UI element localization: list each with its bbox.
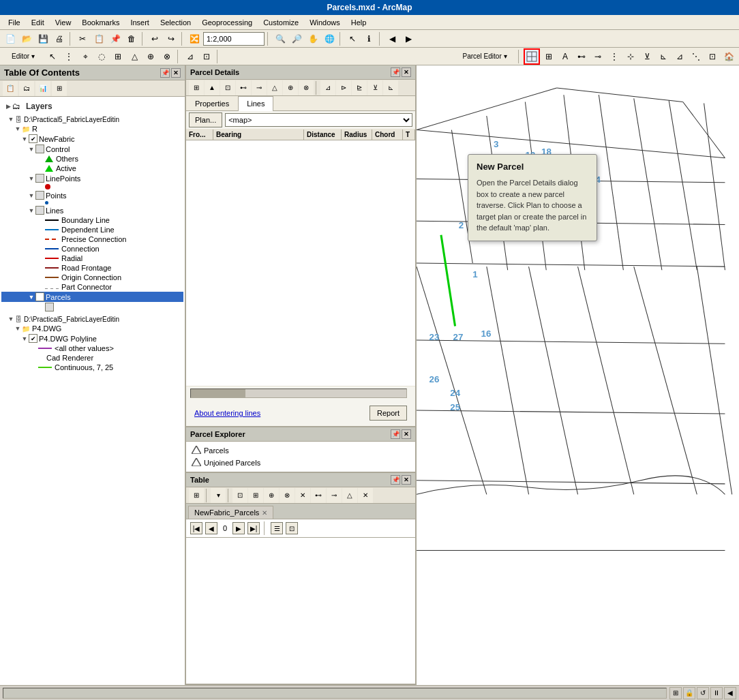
status-btn4[interactable]: ⏸ — [710, 687, 723, 699]
nav-form[interactable]: ⊡ — [286, 522, 298, 534]
tab-properties[interactable]: Properties — [186, 96, 238, 110]
pd-btn7[interactable]: ⊕ — [283, 80, 298, 95]
pd-btn11[interactable]: ⊵ — [352, 80, 367, 95]
nav-next[interactable]: ▶ — [232, 522, 245, 534]
nav-btn[interactable]: 🔀 — [187, 31, 202, 46]
tree-r[interactable]: ▼ 📁 R — [1, 124, 183, 134]
nav-first[interactable]: |◀ — [190, 522, 202, 534]
tbl-btn1[interactable]: ⊞ — [189, 488, 204, 503]
col-distance[interactable]: Distance — [304, 130, 342, 140]
pd-hscroll[interactable] — [190, 389, 407, 398]
paste-btn[interactable]: 📌 — [108, 31, 123, 46]
tree-continuous[interactable]: Continuous, 7, 25 — [1, 363, 183, 372]
p4poly-expand[interactable]: ▼ — [20, 335, 29, 343]
p4poly-check[interactable]: ✔ — [29, 334, 37, 343]
toc-btn3[interactable]: 📊 — [35, 81, 50, 96]
lines-expand[interactable]: ▼ — [27, 207, 35, 215]
parcel-tool-4[interactable]: ⊷ — [574, 49, 589, 64]
tbl-btn11[interactable]: ✕ — [358, 488, 373, 503]
tree-others[interactable]: Others — [1, 154, 183, 164]
edit-tool3[interactable]: ⌖ — [78, 49, 93, 64]
globe-btn[interactable]: 🌐 — [322, 31, 337, 46]
col-bearing[interactable]: Bearing — [213, 130, 304, 140]
back-btn[interactable]: ◀ — [384, 31, 399, 46]
menu-help[interactable]: Help — [346, 17, 372, 28]
lp-check[interactable] — [35, 174, 44, 183]
tbl-btn4[interactable]: ⊞ — [248, 488, 263, 503]
control-check[interactable] — [35, 144, 44, 153]
editor-dropdown[interactable]: Editor ▾ — [3, 49, 44, 64]
tab-close[interactable]: ✕ — [262, 509, 267, 517]
tree-precise[interactable]: Precise Connection — [1, 234, 183, 244]
edit-tool10[interactable]: ⊡ — [199, 49, 214, 64]
r-expand[interactable]: ▼ — [14, 125, 22, 133]
tab-lines[interactable]: Lines — [238, 96, 273, 111]
tree-radial[interactable]: Radial — [1, 254, 183, 263]
tree-newfabric[interactable]: ▼ ✔ NewFabric — [1, 134, 183, 144]
parcels-sub-check[interactable] — [45, 303, 54, 311]
pd-close[interactable]: ✕ — [402, 67, 411, 77]
parcel-tool-6[interactable]: ⋮ — [607, 49, 622, 64]
parcel-tool-11[interactable]: ⋱ — [689, 49, 704, 64]
pd-btn5[interactable]: ⊸ — [252, 80, 267, 95]
report-btn[interactable]: Report — [370, 406, 407, 421]
new-parcel-btn[interactable] — [524, 48, 540, 65]
edit-tool4[interactable]: ◌ — [94, 49, 109, 64]
pd-btn1[interactable]: ⊞ — [189, 80, 204, 95]
undo-btn[interactable]: ↩ — [147, 31, 162, 46]
newfabric-tab[interactable]: NewFabric_Parcels ✕ — [188, 506, 273, 519]
tbl-btn8[interactable]: ⊷ — [311, 488, 326, 503]
pd-btn3[interactable]: ⊡ — [220, 80, 235, 95]
redo-btn[interactable]: ↪ — [164, 31, 179, 46]
about-link[interactable]: About entering lines — [190, 406, 265, 420]
pe-close[interactable]: ✕ — [402, 429, 411, 439]
parcel-tool-5[interactable]: ⊸ — [590, 49, 605, 64]
newfabric-expand[interactable]: ▼ — [20, 135, 29, 143]
open-btn[interactable]: 📂 — [19, 31, 34, 46]
tree-part-conn[interactable]: Part Connector — [1, 282, 183, 292]
tree-db2[interactable]: ▼ 🗄 D:\Practical5_FabricLayerEditin — [1, 314, 183, 324]
parcel-tool-13[interactable]: 🏠 — [721, 49, 736, 64]
delete-btn[interactable]: 🗑 — [124, 31, 139, 46]
save-btn[interactable]: 💾 — [35, 31, 50, 46]
status-btn2[interactable]: 🔒 — [683, 687, 695, 699]
lines-check[interactable] — [35, 206, 44, 215]
parcel-editor-dropdown[interactable]: Parcel Editor ▾ — [454, 49, 515, 64]
edit-tool2[interactable]: ⋮ — [61, 49, 76, 64]
tree-db1[interactable]: ▼ 🗄 D:\Practical5_FabricLayerEditin — [1, 115, 183, 124]
zoom-out-btn[interactable]: 🔎 — [289, 31, 304, 46]
parcel-tool-9[interactable]: ⊾ — [656, 49, 671, 64]
pts-check[interactable] — [35, 191, 44, 200]
pe-pin[interactable]: 📌 — [391, 429, 400, 439]
status-btn3[interactable]: ↺ — [697, 687, 709, 699]
select-btn[interactable]: ↖ — [345, 31, 360, 46]
tree-all-values[interactable]: <all other values> — [1, 344, 183, 353]
tree-active[interactable]: Active — [1, 164, 183, 173]
edit-tool8[interactable]: ⊗ — [160, 49, 175, 64]
parcel-tool-3[interactable]: A — [558, 49, 573, 64]
edit-tool5[interactable]: ⊞ — [110, 49, 125, 64]
menu-insert[interactable]: Insert — [125, 17, 155, 28]
tbl-btn3[interactable]: ⊡ — [232, 488, 247, 503]
toc-btn4[interactable]: ⊞ — [52, 81, 67, 96]
parcels-expand[interactable]: ▼ — [27, 293, 35, 301]
pd-btn2[interactable]: ▲ — [205, 80, 220, 95]
parcel-tool-12[interactable]: ⊡ — [705, 49, 720, 64]
tree-origin-conn[interactable]: Origin Connection — [1, 273, 183, 282]
edit-tool9[interactable]: ⊿ — [183, 49, 198, 64]
nav-prev[interactable]: ◀ — [205, 522, 217, 534]
tree-p4polyline[interactable]: ▼ ✔ P4.DWG Polyline — [1, 333, 183, 344]
print-btn[interactable]: 🖨 — [52, 31, 67, 46]
menu-customize[interactable]: Customize — [258, 17, 304, 28]
menu-bookmarks[interactable]: Bookmarks — [76, 17, 125, 28]
toc-btn1[interactable]: 📋 — [3, 81, 18, 96]
table-pin[interactable]: 📌 — [391, 475, 400, 485]
new-btn[interactable]: 📄 — [3, 31, 18, 46]
tree-control[interactable]: ▼ Control — [1, 144, 183, 154]
cut-btn[interactable]: ✂ — [75, 31, 90, 46]
edit-tool6[interactable]: △ — [127, 49, 142, 64]
tree-dependent[interactable]: Dependent Line — [1, 225, 183, 234]
pts-expand[interactable]: ▼ — [27, 192, 35, 200]
tree-connection[interactable]: Connection — [1, 244, 183, 254]
tree-p4dwg[interactable]: ▼ 📁 P4.DWG — [1, 324, 183, 333]
